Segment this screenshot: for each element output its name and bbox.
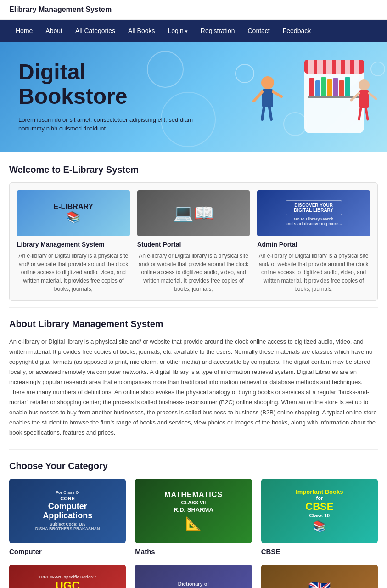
svg-rect-11 [327,79,332,96]
svg-rect-5 [336,60,341,74]
card-admin-desc: An e-library or Digital library is a phy… [257,252,370,293]
svg-point-22 [359,79,370,90]
card-library-title: Library Management System [17,241,130,248]
svg-line-18 [254,92,262,101]
svg-rect-8 [309,78,314,96]
card-student-desc: An e-library or Digital library is a phy… [137,252,250,293]
welcome-section: Welcome to E-Library System E-LIBRARY 📚 … [9,152,378,307]
card-library-mgmt[interactable]: E-LIBRARY 📚 Library Management System An… [17,190,130,293]
hero-illustration [231,55,387,138]
svg-rect-6 [345,60,350,74]
category-label-computer: Computer [9,548,126,555]
svg-point-30 [284,113,307,136]
svg-point-29 [371,62,385,76]
svg-rect-7 [354,60,359,74]
card-admin-title: Admin Portal [257,241,370,248]
category-item-ugc[interactable]: TRUEMAN'S specific Series™ UGC NET/SET T… [9,565,126,588]
category-label-maths: Maths [135,548,252,555]
nav-books[interactable]: All Books [122,20,161,42]
card-library-desc: An e-library or Digital library is a phy… [17,252,130,293]
category-title: Choose Your Category [9,461,378,471]
svg-rect-23 [359,90,369,108]
svg-line-19 [273,92,281,96]
svg-line-20 [262,107,264,119]
svg-point-16 [261,76,274,89]
svg-rect-3 [317,60,323,74]
nav-about[interactable]: About [39,20,69,42]
category-item-computer-science[interactable]: Dictionary of ComputerScience Dr. S. Ana… [135,565,252,588]
svg-rect-9 [315,80,320,96]
category-item-maths[interactable]: MATHEMATICS CLASS VII R.D. SHARMA 📐 Math… [135,479,252,555]
category-img-computer: For Class IX CORE ComputerApplications S… [9,479,126,543]
hero-title: DigitalBookstore [18,60,202,109]
category-grid: For Class IX CORE ComputerApplications S… [9,479,378,588]
hero-subtitle: Lorem ipsum dolor sit amet, consectetuer… [18,115,202,133]
hero-banner: DigitalBookstore Lorem ipsum dolor sit a… [0,42,387,152]
category-img-computer-science: Dictionary of ComputerScience Dr. S. Ana… [135,565,252,588]
welcome-title: Welcome to E-Library System [9,164,378,175]
category-label-cbse: CBSE [261,548,378,555]
svg-line-27 [366,108,368,119]
navbar: Home About All Categories All Books Logi… [0,20,387,42]
card-student-title: Student Portal [137,241,250,248]
about-text: An e-library or Digital library is a phy… [9,337,378,438]
main-content: Welcome to E-Library System E-LIBRARY 📚 … [0,152,387,588]
card-admin-portal[interactable]: DISCOVER YOURDIGITAL LIBRARY Go to Libra… [257,190,370,293]
nav-registration[interactable]: Registration [194,20,241,42]
category-item-english[interactable]: 🇬🇧 English English [261,565,378,588]
category-img-ugc: TRUEMAN'S specific Series™ UGC NET/SET T… [9,565,126,588]
nav-home[interactable]: Home [9,20,39,42]
svg-point-28 [236,64,254,83]
svg-line-25 [369,93,376,99]
svg-rect-13 [339,80,344,96]
svg-rect-14 [345,77,350,96]
site-title: Elibrary Management System [9,6,112,13]
svg-rect-12 [333,78,338,96]
nav-feedback[interactable]: Feedback [276,20,317,42]
hero-content: DigitalBookstore Lorem ipsum dolor sit a… [18,60,202,133]
svg-line-21 [269,107,271,119]
card-admin-img: DISCOVER YOURDIGITAL LIBRARY Go to Libra… [257,190,370,236]
svg-rect-2 [308,60,314,74]
nav-categories[interactable]: All Categories [69,20,122,42]
nav-contact[interactable]: Contact [241,20,276,42]
nav-login[interactable]: Login [161,20,194,42]
hero-decorations [174,42,387,152]
card-library-img: E-LIBRARY 📚 [17,190,130,236]
category-img-maths: MATHEMATICS CLASS VII R.D. SHARMA 📐 [135,479,252,543]
category-img-cbse: Important Books for CBSE Class 10 📚 [261,479,378,543]
site-header: Elibrary Management System [0,0,387,20]
svg-rect-4 [326,60,332,74]
about-section: About Library Management System An e-lib… [9,307,378,449]
about-title: About Library Management System [9,319,378,329]
category-item-cbse[interactable]: Important Books for CBSE Class 10 📚 CBSE [261,479,378,555]
card-student-portal[interactable]: 💻📖 Student Portal An e-library or Digita… [137,190,250,293]
svg-rect-17 [262,89,273,107]
category-section: Choose Your Category For Class IX CORE C… [9,449,378,588]
category-item-computer[interactable]: For Class IX CORE ComputerApplications S… [9,479,126,555]
category-img-english: 🇬🇧 English [261,565,378,588]
card-student-img: 💻📖 [137,190,250,236]
cards-container: E-LIBRARY 📚 Library Management System An… [9,182,378,301]
svg-rect-10 [321,77,326,96]
